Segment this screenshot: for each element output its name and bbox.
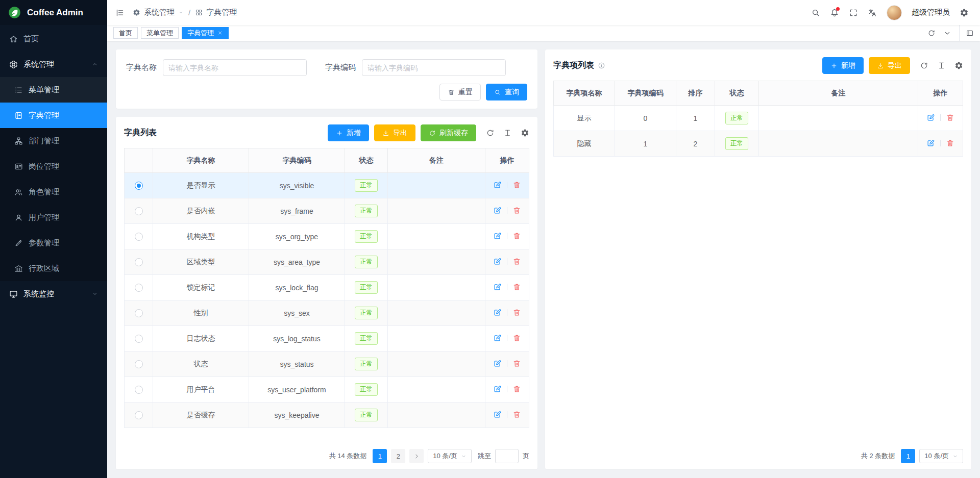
dict-row[interactable]: 用户平台sys_user_platform正常 [125, 377, 529, 402]
dict-row[interactable]: 性别sys_sex正常 [125, 300, 529, 326]
refresh-cache-button[interactable]: 刷新缓存 [421, 124, 476, 141]
row-radio[interactable] [135, 309, 143, 317]
row-height-icon[interactable] [937, 61, 946, 70]
delete-row-icon[interactable] [946, 113, 954, 122]
row-radio[interactable] [135, 182, 143, 190]
dict-row[interactable]: 是否缓存sys_keepalive正常 [125, 402, 529, 428]
sidebar-item-home[interactable]: 首页 [0, 26, 107, 52]
sidebar-item-param[interactable]: 参数管理 [0, 230, 107, 256]
delete-row-icon[interactable] [512, 181, 521, 189]
query-button[interactable]: 查询 [486, 84, 527, 100]
tab-options-chevron-icon[interactable] [943, 29, 951, 37]
add-dict-button[interactable]: 新增 [328, 124, 369, 141]
status-badge: 正常 [355, 332, 378, 345]
column-settings-icon[interactable] [954, 61, 963, 70]
dict-item-row[interactable]: 显示01正常 [554, 106, 963, 131]
delete-row-icon[interactable] [512, 206, 521, 215]
row-radio[interactable] [135, 207, 143, 215]
edit-row-icon[interactable] [926, 139, 935, 147]
edit-row-icon[interactable] [493, 359, 502, 368]
dict-row[interactable]: 是否内嵌sys_frame正常 [125, 198, 529, 224]
sidebar-item-user[interactable]: 用户管理 [0, 205, 107, 230]
export-dict-items-button[interactable]: 导出 [869, 57, 910, 74]
fullscreen-icon[interactable] [849, 8, 858, 17]
tab-dict[interactable]: 字典管理 [182, 27, 229, 39]
collapse-sidebar-icon[interactable] [115, 8, 125, 17]
edit-row-icon[interactable] [493, 410, 502, 419]
page-size-select[interactable]: 10 条/页 [919, 449, 963, 463]
info-icon[interactable] [598, 62, 605, 69]
edit-row-icon[interactable] [493, 283, 502, 291]
translate-icon[interactable] [868, 8, 877, 17]
row-radio[interactable] [135, 335, 143, 343]
edit-row-icon[interactable] [493, 206, 502, 215]
notifications-button[interactable] [830, 8, 839, 17]
add-dict-item-button[interactable]: 新增 [822, 57, 864, 74]
dict-row[interactable]: 区域类型sys_area_type正常 [125, 249, 529, 275]
dict-row[interactable]: 状态sys_status正常 [125, 351, 529, 377]
dict-row[interactable]: 锁定标记sys_lock_flag正常 [125, 275, 529, 300]
username[interactable]: 超级管理员 [912, 8, 950, 17]
breadcrumb-parent[interactable]: 系统管理 [133, 8, 184, 17]
row-radio[interactable] [135, 360, 143, 368]
delete-row-icon[interactable] [512, 359, 521, 368]
edit-row-icon[interactable] [493, 181, 502, 189]
export-dict-button[interactable]: 导出 [374, 124, 415, 141]
page-button-2[interactable]: 2 [391, 449, 405, 463]
edit-row-icon[interactable] [493, 308, 502, 317]
edit-row-icon[interactable] [493, 257, 502, 266]
delete-row-icon[interactable] [512, 334, 521, 342]
row-radio[interactable] [135, 411, 143, 419]
close-tab-icon[interactable] [217, 30, 223, 36]
chevron-down-icon [952, 454, 958, 459]
delete-row-icon[interactable] [512, 257, 521, 266]
sidebar-item-region[interactable]: 行政区域 [0, 256, 107, 281]
jump-page-input[interactable] [495, 449, 519, 463]
delete-row-icon[interactable] [512, 232, 521, 240]
dict-code-label: 字典编码 [325, 63, 356, 72]
column-settings-icon[interactable] [521, 129, 529, 137]
delete-row-icon[interactable] [512, 410, 521, 419]
reset-button[interactable]: 重置 [439, 84, 481, 100]
delete-row-icon[interactable] [512, 385, 521, 393]
layout-icon[interactable] [966, 29, 974, 37]
edit-row-icon[interactable] [926, 113, 935, 122]
avatar[interactable] [887, 5, 902, 20]
next-page-button[interactable] [409, 449, 424, 463]
tab-home[interactable]: 首页 [113, 27, 138, 39]
row-radio[interactable] [135, 386, 143, 394]
app-logo[interactable]: Coffee Admin [0, 0, 107, 25]
tab-menu[interactable]: 菜单管理 [141, 27, 179, 39]
sidebar-item-monitor[interactable]: 系统监控 [0, 281, 107, 307]
dict-row[interactable]: 日志状态sys_log_status正常 [125, 326, 529, 351]
edit-row-icon[interactable] [493, 385, 502, 393]
refresh-page-icon[interactable] [927, 29, 936, 37]
dict-row[interactable]: 是否显示sys_visible正常 [125, 173, 529, 198]
edit-row-icon[interactable] [493, 334, 502, 342]
page-button-1[interactable]: 1 [373, 449, 387, 463]
row-radio[interactable] [135, 233, 143, 241]
delete-row-icon[interactable] [946, 139, 954, 147]
sidebar-item-post[interactable]: 岗位管理 [0, 154, 107, 179]
search-icon[interactable] [811, 8, 820, 17]
page-button-1[interactable]: 1 [901, 449, 915, 463]
edit-row-icon[interactable] [493, 232, 502, 240]
sidebar-item-system[interactable]: 系统管理 [0, 52, 107, 77]
row-radio[interactable] [135, 284, 143, 292]
dict-row[interactable]: 机构类型sys_org_type正常 [125, 224, 529, 249]
dict-code-input[interactable] [362, 59, 506, 76]
dict-name-input[interactable] [163, 59, 307, 76]
page-size-select[interactable]: 10 条/页 [428, 449, 472, 463]
row-height-icon[interactable] [503, 129, 512, 137]
refresh-table-icon[interactable] [920, 61, 928, 70]
sidebar-item-role[interactable]: 角色管理 [0, 179, 107, 205]
sidebar-item-dict[interactable]: 字典管理 [0, 103, 107, 128]
sidebar-item-dept[interactable]: 部门管理 [0, 128, 107, 154]
delete-row-icon[interactable] [512, 283, 521, 291]
row-radio[interactable] [135, 258, 143, 266]
refresh-table-icon[interactable] [486, 129, 495, 137]
dict-item-row[interactable]: 隐藏12正常 [554, 131, 963, 157]
sidebar-item-menu[interactable]: 菜单管理 [0, 77, 107, 103]
settings-gear-icon[interactable] [960, 8, 969, 17]
delete-row-icon[interactable] [512, 308, 521, 317]
